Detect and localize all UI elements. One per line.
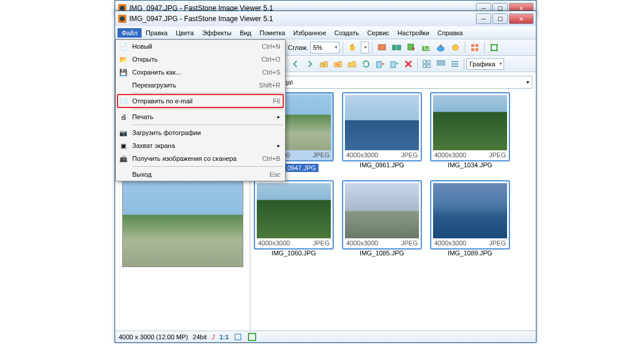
file-menu-загрузить-фотографии[interactable]: 📷Загрузить фотографии — [116, 126, 285, 139]
svg-rect-20 — [423, 60, 426, 63]
move-to-icon[interactable] — [388, 58, 401, 70]
menu-сервис[interactable]: Сервис — [363, 28, 394, 38]
svg-rect-27 — [437, 63, 439, 65]
svg-rect-28 — [440, 63, 442, 65]
svg-point-1 — [120, 6, 125, 11]
svg-rect-21 — [427, 60, 430, 63]
capture-icon: ▣ — [119, 141, 128, 150]
status-ratio: 1:1 — [219, 333, 229, 340]
svg-rect-15 — [471, 48, 474, 51]
file-menu-захват-экрана[interactable]: ▣Захват экрана▸ — [116, 139, 285, 152]
statusbar: 4000 x 3000 (12.00 MP) 24bit J 1:1 — [115, 330, 536, 342]
forward-icon[interactable] — [303, 58, 316, 70]
trash-icon[interactable] — [534, 77, 536, 87]
scan-icon[interactable] — [434, 41, 447, 54]
thumb-filename: IMG_1089.JPG — [448, 249, 492, 257]
svg-rect-23 — [427, 65, 430, 68]
thumb-image — [345, 95, 419, 150]
app-icon — [118, 14, 127, 23]
thumbnail[interactable]: 4000x3000JPEGIMG_1089.JPG — [430, 180, 510, 257]
blank-icon — [119, 80, 128, 90]
view-large-icon[interactable] — [420, 58, 433, 70]
open-icon: 📂 — [119, 55, 128, 64]
path-bar[interactable]: то\Природа\ ▾ — [254, 76, 532, 89]
file-menu-новый[interactable]: 📄НовыйCtrl+N — [116, 40, 285, 53]
svg-rect-6 — [397, 45, 401, 50]
svg-rect-26 — [443, 60, 445, 62]
menu-файл[interactable]: Файл — [118, 28, 142, 38]
thumbnails-area: то\Природа\ ▾ 4000x3000JPEGIMG_0947.JPG4… — [250, 72, 536, 330]
menu-избранное[interactable]: Избранное — [289, 28, 330, 38]
compare-icon[interactable] — [390, 41, 403, 54]
file-menu-выход[interactable]: ВыходEsc — [116, 168, 285, 181]
hand-tool-icon[interactable]: ✋ — [346, 41, 359, 54]
file-menu-открыть[interactable]: 📂ОткрытьCtrl+O — [116, 53, 285, 66]
svg-rect-22 — [423, 65, 426, 68]
mail-icon: ✉️ — [119, 96, 128, 106]
svg-rect-31 — [235, 334, 241, 340]
menu-цвета[interactable]: Цвета — [172, 28, 198, 38]
menu-пометка[interactable]: Пометка — [256, 28, 290, 38]
scan-icon: 📠 — [119, 154, 128, 163]
thumb-filename: IMG_1034.JPG — [448, 161, 492, 168]
fit-icon[interactable] — [488, 41, 501, 54]
status-dimensions: 4000 x 3000 (12.00 MP) — [119, 333, 188, 340]
menu-вид[interactable]: Вид — [236, 28, 256, 38]
menu-справка[interactable]: Справка — [434, 28, 467, 38]
up-folder-icon[interactable] — [317, 58, 330, 70]
slideshow-icon[interactable] — [375, 41, 388, 54]
titlebar: IMG_0947.JPG - FastStone Image Viewer 5.… — [115, 11, 536, 26]
zoom-combo[interactable]: 5% — [310, 42, 340, 53]
thumb-image — [433, 183, 507, 238]
file-menu-сохранить-как-[interactable]: 💾Сохранить как...Ctrl+S — [116, 66, 285, 79]
menubar: ФайлПравкаЦветаЭффектыВидПометкаИзбранно… — [115, 26, 536, 39]
back-icon[interactable] — [289, 58, 302, 70]
thumbnail[interactable]: 4000x3000JPEGIMG_1085.JPG — [342, 180, 422, 257]
view-small-icon[interactable] — [434, 58, 447, 70]
maximize-button[interactable]: ☐ — [492, 14, 508, 24]
menu-эффекты[interactable]: Эффекты — [198, 28, 236, 38]
new-folder-icon[interactable] — [346, 58, 358, 70]
thumbnail[interactable]: 4000x3000JPEGIMG_1060.JPG — [254, 180, 334, 257]
cam-icon: 📷 — [119, 128, 128, 137]
menu-правка[interactable]: Правка — [142, 28, 172, 38]
thumbnail[interactable]: 4000x3000JPEGIMG_1034.JPG — [430, 92, 510, 172]
menu-создать[interactable]: Создать — [330, 28, 363, 38]
minimize-button[interactable]: ─ — [476, 14, 491, 24]
smooth-label: Сглаж. — [288, 44, 308, 51]
main-window: IMG_0947.JPG - FastStone Image Viewer 5.… — [115, 11, 536, 343]
preview-image — [122, 179, 243, 267]
file-menu-перезагрузить[interactable]: ПерезагрузитьShift+R — [116, 79, 285, 92]
refresh-icon[interactable] — [360, 58, 373, 70]
thumb-image — [433, 95, 507, 150]
status-fullscreen-icon[interactable] — [247, 332, 257, 342]
thumbnail[interactable]: 4000x3000JPEGIMG_0961.JPG — [342, 92, 422, 172]
svg-rect-16 — [475, 48, 478, 51]
svg-rect-5 — [393, 45, 396, 50]
file-menu-получить-изображения-со-сканера[interactable]: 📠Получить изображения со сканераCtrl+B — [116, 152, 285, 165]
svg-text:CB: CB — [424, 44, 431, 51]
copy-to-icon[interactable] — [374, 58, 387, 70]
thumb-filename: IMG_1060.JPG — [271, 249, 316, 257]
view-list-icon[interactable] — [448, 58, 461, 70]
menu-настройки[interactable]: Настройки — [394, 28, 434, 38]
contact-sheet-icon[interactable] — [468, 41, 481, 54]
rename-icon[interactable]: CB — [420, 41, 432, 54]
thumb-filename: IMG_1085.JPG — [360, 249, 404, 257]
svg-rect-25 — [440, 60, 442, 62]
close-button[interactable]: ✕ — [509, 14, 534, 24]
batch-icon[interactable] — [405, 41, 418, 54]
file-menu-отправить-по-e-mail[interactable]: ✉️Отправить по e-mailF6 — [116, 95, 285, 107]
svg-point-12 — [452, 45, 458, 50]
print-icon: 🖨 — [119, 112, 128, 122]
svg-rect-14 — [475, 44, 478, 47]
delete-icon[interactable] — [402, 58, 415, 70]
wallpaper-icon[interactable] — [449, 41, 462, 54]
svg-rect-18 — [377, 62, 381, 68]
hand-dropdown[interactable] — [361, 42, 369, 53]
status-fit-icon[interactable] — [233, 332, 243, 342]
window-title: IMG_0947.JPG - FastStone Image Viewer 5.… — [129, 15, 476, 23]
file-menu-печать[interactable]: 🖨Печать▸ — [116, 110, 285, 123]
favorites-icon[interactable] — [331, 58, 344, 70]
filter-combo[interactable]: Графика — [467, 58, 504, 70]
